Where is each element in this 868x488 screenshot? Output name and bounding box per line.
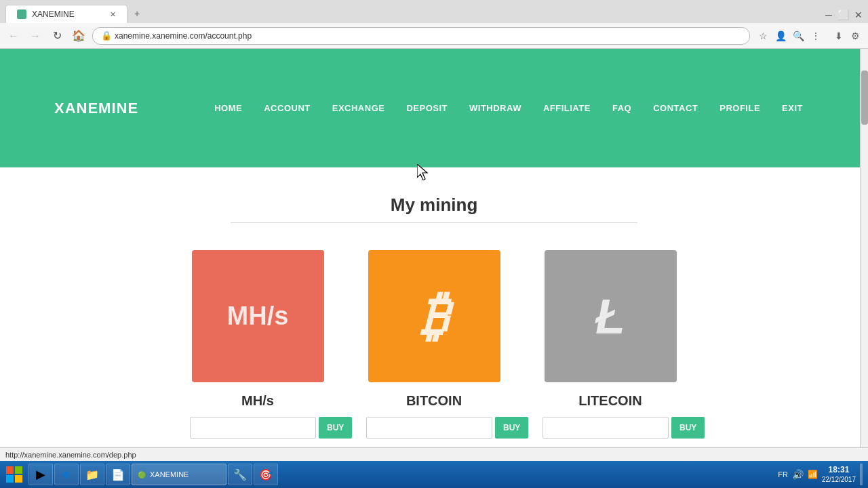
nav-faq[interactable]: FAQ	[601, 98, 642, 119]
taskbar-ie[interactable]: e	[54, 464, 79, 479]
taskbar-clock[interactable]: 18:31 22/12/2017	[822, 465, 856, 479]
address-bar-row: ← → ↻ 🏠 🔒 xanemine.xanemine.com/account.…	[0, 23, 868, 49]
site-nav: HOME ACCOUNT EXCHANGE DEPOSIT WITHDRAW A…	[203, 98, 814, 119]
mining-card-mhs: MH/s MH/s BUY	[190, 250, 326, 439]
browser-extras: ⬇ ⚙	[831, 28, 863, 43]
profile-icon[interactable]: 👤	[773, 28, 788, 43]
minimize-button[interactable]: ─	[825, 9, 832, 20]
tab-title: XANEMINE	[32, 9, 75, 19]
site-header: XANEMINE HOME ACCOUNT EXCHANGE DEPOSIT W…	[0, 49, 868, 167]
btc-input-row: BUY	[366, 417, 502, 439]
browser-window: XANEMINE ✕ + ─ ⬜ ✕ ← → ↻ 🏠 🔒 xanemine.xa…	[0, 0, 868, 479]
close-button[interactable]: ✕	[854, 9, 863, 20]
clock-date: 22/12/2017	[822, 475, 856, 479]
ltc-input-row: BUY	[542, 417, 678, 439]
taskbar-browser-favicon: 🟢	[138, 471, 146, 479]
page-title-section: My mining	[54, 195, 814, 223]
ltc-buy-button[interactable]: BUY	[671, 417, 705, 439]
tab-favicon	[17, 9, 26, 19]
status-bar: http://xanemine.xanemine.com/dep.php	[0, 447, 868, 461]
mining-grid: MH/s MH/s BUY ₿ BITCOIN	[54, 250, 814, 439]
mhs-input[interactable]	[190, 417, 316, 439]
windows-logo-icon	[5, 465, 24, 479]
forward-button[interactable]: →	[27, 28, 43, 44]
taskbar-documents[interactable]: 📄	[106, 464, 130, 479]
scrollbar-thumb[interactable]	[861, 70, 868, 125]
bookmark-icon[interactable]: ☆	[755, 28, 770, 43]
page-title: My mining	[54, 195, 814, 216]
btc-buy-button[interactable]: BUY	[495, 417, 528, 439]
secure-icon: 🔒	[101, 30, 112, 41]
search-icon[interactable]: 🔍	[791, 28, 806, 43]
taskbar-media-player[interactable]: ▶	[28, 464, 53, 479]
btc-input[interactable]	[366, 417, 492, 439]
nav-home[interactable]: HOME	[203, 98, 253, 119]
taskbar-browser-window[interactable]: 🟢 XANEMINE	[132, 464, 226, 479]
taskbar-apps: ▶ e 📁 📄 🟢 XANEMINE 🔧 🎯	[28, 464, 778, 479]
status-url: http://xanemine.xanemine.com/dep.php	[5, 451, 136, 459]
svg-rect-1	[6, 466, 14, 474]
nav-withdraw[interactable]: WITHDRAW	[458, 98, 532, 119]
title-divider	[231, 222, 637, 223]
show-desktop-button[interactable]	[860, 464, 863, 479]
btc-name: BITCOIN	[406, 393, 462, 409]
site-main: My mining MH/s MH/s BUY	[0, 167, 868, 479]
ltc-icon[interactable]: Ł	[545, 250, 677, 382]
taskbar: ▶ e 📁 📄 🟢 XANEMINE 🔧 🎯 FR 🔊 📶 18:31 22/1…	[0, 461, 868, 479]
taskbar-lang: FR	[778, 470, 788, 479]
ltc-symbol: Ł	[595, 292, 625, 341]
back-button[interactable]: ←	[5, 28, 22, 44]
website-content: XANEMINE HOME ACCOUNT EXCHANGE DEPOSIT W…	[0, 49, 868, 479]
home-nav-button[interactable]: 🏠	[71, 28, 87, 44]
nav-exchange[interactable]: EXCHANGE	[321, 98, 396, 119]
address-input[interactable]: 🔒 xanemine.xanemine.com/account.php	[92, 27, 750, 45]
site-logo: XANEMINE	[54, 100, 138, 117]
nav-account[interactable]: ACCOUNT	[253, 98, 321, 119]
nav-contact[interactable]: CONTACT	[642, 98, 709, 119]
mhs-icon[interactable]: MH/s	[192, 250, 324, 382]
nav-affiliate[interactable]: AFFILIATE	[532, 98, 601, 119]
ltc-name: LITECOIN	[578, 393, 642, 409]
svg-rect-4	[15, 475, 22, 479]
mining-card-btc: ₿ BITCOIN BUY	[366, 250, 502, 439]
restore-button[interactable]: ⬜	[837, 9, 849, 20]
mhs-symbol: MH/s	[227, 302, 289, 331]
ltc-input[interactable]	[542, 417, 669, 439]
btc-symbol: ₿	[420, 289, 448, 344]
tab-close-button[interactable]: ✕	[110, 10, 116, 19]
tab-bar: XANEMINE ✕ + ─ ⬜ ✕	[0, 0, 868, 23]
taskbar-app1[interactable]: 🔧	[228, 464, 252, 479]
new-tab-button[interactable]: +	[127, 4, 146, 23]
url-text: xanemine.xanemine.com/account.php	[115, 31, 252, 41]
taskbar-browser-label: XANEMINE	[150, 470, 189, 479]
taskbar-app2[interactable]: 🎯	[254, 464, 278, 479]
network-icon[interactable]: 📶	[808, 470, 818, 479]
mhs-name: MH/s	[241, 393, 274, 409]
speaker-icon[interactable]: 🔊	[792, 469, 804, 479]
clock-time: 18:31	[822, 465, 856, 476]
svg-rect-2	[15, 466, 22, 474]
download-icon[interactable]: ⬇	[831, 28, 846, 43]
taskbar-right: FR 🔊 📶 18:31 22/12/2017	[778, 464, 865, 479]
nav-profile[interactable]: PROFILE	[709, 98, 771, 119]
mhs-input-row: BUY	[190, 417, 326, 439]
start-button[interactable]	[3, 463, 26, 479]
mining-card-ltc: Ł LITECOIN BUY	[542, 250, 678, 439]
nav-exit[interactable]: EXIT	[771, 98, 814, 119]
nav-deposit[interactable]: DEPOSIT	[395, 98, 458, 119]
taskbar-folder[interactable]: 📁	[80, 464, 104, 479]
settings-icon[interactable]: ⚙	[848, 28, 863, 43]
mhs-buy-button[interactable]: BUY	[319, 417, 352, 439]
menu-icon[interactable]: ⋮	[808, 28, 823, 43]
svg-rect-3	[6, 475, 14, 479]
active-tab[interactable]: XANEMINE ✕	[5, 5, 127, 23]
btc-icon[interactable]: ₿	[368, 250, 500, 382]
refresh-button[interactable]: ↻	[49, 28, 65, 44]
scrollbar[interactable]	[860, 49, 868, 479]
toolbar-icons: ☆ 👤 🔍 ⋮	[755, 28, 823, 43]
